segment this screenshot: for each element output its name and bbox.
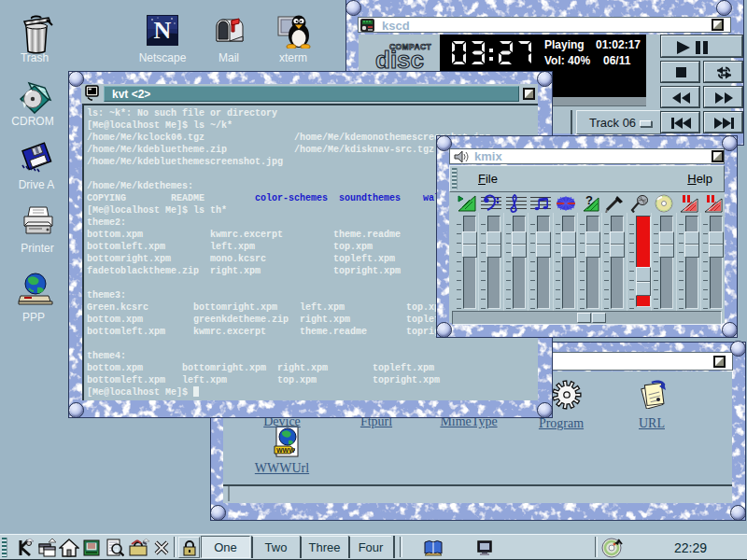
svg-text:disc: disc bbox=[375, 46, 424, 73]
svg-text:?: ? bbox=[585, 194, 593, 207]
svg-text:N: N bbox=[154, 17, 172, 44]
